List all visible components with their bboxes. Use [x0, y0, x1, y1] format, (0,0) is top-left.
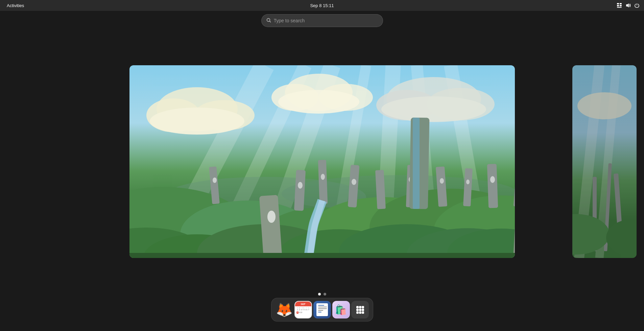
svg-point-48	[298, 182, 303, 189]
svg-point-46	[213, 178, 217, 183]
dock-container: 🦊 SEP S M T W T F S 1 2 3 4 5 6 7 8 9	[271, 298, 373, 322]
svg-rect-60	[487, 164, 498, 208]
cal-cell: 7	[308, 309, 310, 311]
svg-rect-65	[413, 118, 420, 209]
top-bar: Activities Sep 8 15:11	[0, 0, 644, 11]
app-grid-icon[interactable]	[351, 301, 369, 318]
svg-point-22	[278, 90, 359, 114]
svg-point-18	[150, 108, 244, 135]
svg-point-79	[606, 219, 637, 256]
svg-rect-1	[620, 3, 622, 4]
svg-rect-84	[359, 309, 361, 311]
svg-point-61	[490, 176, 495, 183]
volume-icon[interactable]	[625, 2, 631, 8]
search-input[interactable]	[274, 18, 378, 23]
svg-rect-0	[617, 3, 619, 4]
svg-line-7	[269, 21, 271, 22]
svg-rect-85	[362, 309, 364, 311]
network-icon[interactable]	[616, 2, 622, 8]
svg-rect-86	[356, 311, 359, 314]
workspace-dot-2[interactable]	[324, 293, 326, 295]
svg-rect-80	[356, 306, 359, 308]
workspace-dot-1[interactable]	[318, 293, 321, 295]
svg-rect-87	[359, 311, 361, 314]
dock: 🦊 SEP S M T W T F S 1 2 3 4 5 6 7 8 9	[271, 298, 373, 322]
activities-button[interactable]: Activities	[4, 2, 27, 9]
power-icon[interactable]	[634, 2, 640, 8]
notes-icon[interactable]	[313, 301, 331, 318]
calendar-icon[interactable]: SEP S M T W T F S 1 2 3 4 5 6 7 8 9 10	[294, 301, 312, 318]
svg-rect-81	[359, 306, 361, 308]
system-tray	[616, 2, 640, 8]
svg-rect-88	[362, 311, 364, 314]
svg-rect-3	[620, 5, 622, 6]
search-icon	[266, 18, 271, 24]
clock: Sep 8 15:11	[310, 3, 334, 8]
svg-point-57	[440, 178, 444, 184]
search-container	[0, 14, 644, 27]
workspace-secondary[interactable]	[572, 65, 637, 258]
svg-marker-5	[626, 3, 629, 7]
svg-rect-2	[617, 5, 619, 6]
svg-point-59	[466, 180, 470, 184]
cal-cell: 10	[300, 311, 302, 314]
svg-point-26	[381, 96, 486, 122]
svg-rect-49	[318, 160, 328, 204]
workspace-area	[0, 30, 644, 293]
svg-rect-83	[356, 309, 359, 311]
svg-point-67	[267, 211, 276, 223]
svg-rect-71	[129, 253, 515, 258]
svg-rect-4	[617, 7, 622, 8]
calendar-month: SEP	[295, 302, 311, 306]
svg-point-50	[321, 174, 325, 180]
firefox-icon[interactable]: 🦊	[276, 301, 293, 318]
software-center-icon[interactable]: 🛍️	[332, 301, 350, 318]
svg-point-78	[572, 214, 610, 255]
svg-rect-82	[362, 306, 364, 308]
svg-point-74	[577, 92, 631, 119]
workspace-main[interactable]	[129, 65, 515, 258]
search-bar[interactable]	[261, 14, 383, 27]
svg-point-52	[352, 179, 356, 185]
svg-point-6	[267, 18, 270, 21]
workspace-dots	[318, 293, 326, 295]
